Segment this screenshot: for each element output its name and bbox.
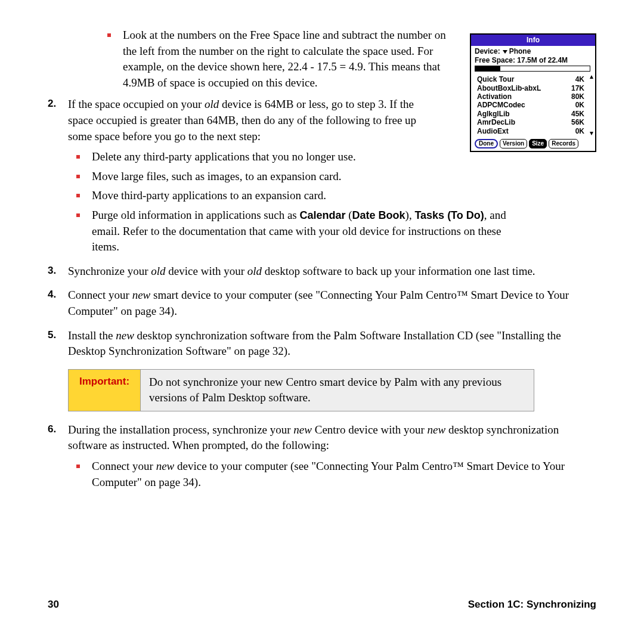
step-3: 3. Synchronize your old device with your… <box>48 264 596 280</box>
step-4-number: 4. <box>48 287 56 302</box>
step2-sub-d-tasks: Tasks (To Do) <box>414 209 484 221</box>
step6-b: Centro device with your <box>312 423 428 436</box>
step3-c: desktop software to back up your informa… <box>262 265 535 277</box>
steps-list-cont: 6. During the installation process, sync… <box>48 422 596 490</box>
step2-sub-d-p2: ), <box>405 209 415 221</box>
step-2-subbullets: Delete any third-party applications that… <box>76 149 530 255</box>
palm-scrollbar[interactable] <box>590 75 593 135</box>
step6-sub-a-new: new <box>156 460 175 472</box>
list-item: Activation80K <box>475 92 592 101</box>
step-3-number: 3. <box>48 264 56 278</box>
section-title: Section 1C: Synchronizing <box>468 597 596 612</box>
list-item: Quick Tour4K <box>475 75 592 83</box>
bullet-free-space: Look at the numbers on the Free Space li… <box>107 27 459 91</box>
step-2-number: 2. <box>48 97 56 111</box>
step4-a: Connect your <box>68 289 132 301</box>
version-button[interactable]: Version <box>500 139 527 148</box>
step6-a: During the installation process, synchro… <box>68 423 293 436</box>
important-callout: Important: Do not synchronize your new C… <box>68 369 534 411</box>
list-item: ADPCMCodec0K <box>475 101 592 109</box>
step-2-old: old <box>205 98 219 110</box>
step4-new: new <box>132 289 151 301</box>
bullet-free-space-text: Look at the numbers on the Free Space li… <box>123 29 446 89</box>
records-button[interactable]: Records <box>549 139 578 148</box>
bullet-marker-icon <box>76 194 80 197</box>
step5-b: desktop synchronization software from th… <box>68 329 561 358</box>
step-5-number: 5. <box>48 328 56 342</box>
list-item: AboutBoxLib-abxL17K <box>475 84 592 92</box>
size-button[interactable]: Size <box>529 139 547 148</box>
palm-info-window: Info Device: Phone Free Space: 17.5M of … <box>470 33 596 152</box>
palm-app-list[interactable]: Quick Tour4K AboutBoxLib-abxL17K Activat… <box>475 75 592 135</box>
palm-device-row: Device: Phone <box>475 47 592 55</box>
step3-old2: old <box>247 265 262 277</box>
done-button[interactable]: Done <box>475 139 498 148</box>
step6-new2: new <box>428 423 446 436</box>
scroll-down-arrow-icon[interactable] <box>590 132 593 135</box>
important-text: Do not synchronize your new Centro smart… <box>141 370 534 411</box>
list-item: AmrDecLib56K <box>475 118 592 126</box>
step-2-text-a: If the space occupied on your <box>68 98 205 110</box>
step2-sub-d-calendar: Calendar <box>299 209 345 221</box>
step-6-number: 6. <box>48 422 56 436</box>
step2-sub-d-p1: ( <box>346 209 352 221</box>
palm-usage-bar-fill <box>475 66 500 71</box>
step5-new: new <box>116 329 134 342</box>
step-6-subbullets: Connect your new device to your computer… <box>76 459 596 490</box>
bullet-marker-icon <box>76 175 80 178</box>
step2-sub-a: Delete any third-party applications that… <box>92 150 356 163</box>
step6-new1: new <box>293 423 312 436</box>
list-item: AglkglLib45K <box>475 110 592 118</box>
step3-a: Synchronize your <box>68 265 151 277</box>
page-number: 30 <box>48 597 59 612</box>
important-label: Important: <box>69 370 141 411</box>
intro-bullet-list: Look at the numbers on the Free Space li… <box>107 27 459 91</box>
scroll-up-arrow-icon[interactable] <box>590 75 593 79</box>
step3-b: device with your <box>166 265 247 277</box>
step5-a: Install the <box>68 329 116 342</box>
palm-free-space: Free Space: 17.5M of 22.4M <box>475 56 592 64</box>
palm-title-bar: Info <box>471 35 595 46</box>
palm-button-row: Done Version Size Records <box>475 139 592 148</box>
step2-sub-d-pre: Purge old information in applications su… <box>92 209 299 221</box>
step6-sub-a-pre: Connect your <box>92 460 156 472</box>
bullet-marker-icon <box>76 155 80 159</box>
palm-usage-bar <box>475 66 590 72</box>
bullet-marker-icon <box>107 33 111 37</box>
page-footer: 30 Section 1C: Synchronizing <box>48 597 596 612</box>
step2-sub-c: Move third-party applications to an expa… <box>92 189 326 202</box>
palm-device-dropdown[interactable]: Phone <box>503 47 531 55</box>
bullet-marker-icon <box>76 213 80 217</box>
step3-old1: old <box>151 265 165 277</box>
palm-device-label: Device: <box>475 47 500 55</box>
step2-sub-b: Move large files, such as images, to an … <box>92 170 342 182</box>
dropdown-triangle-icon <box>503 50 507 54</box>
list-item: AudioExt0K <box>475 127 592 135</box>
bullet-marker-icon <box>76 465 80 468</box>
palm-device-value: Phone <box>509 47 531 55</box>
step-5: 5. Install the new desktop synchronizati… <box>48 328 596 360</box>
step2-sub-d-datebook: Date Book <box>352 209 405 221</box>
step-6: 6. During the installation process, sync… <box>48 422 596 490</box>
step-4: 4. Connect your new smart device to your… <box>48 287 596 319</box>
scroll-track[interactable] <box>590 80 593 131</box>
